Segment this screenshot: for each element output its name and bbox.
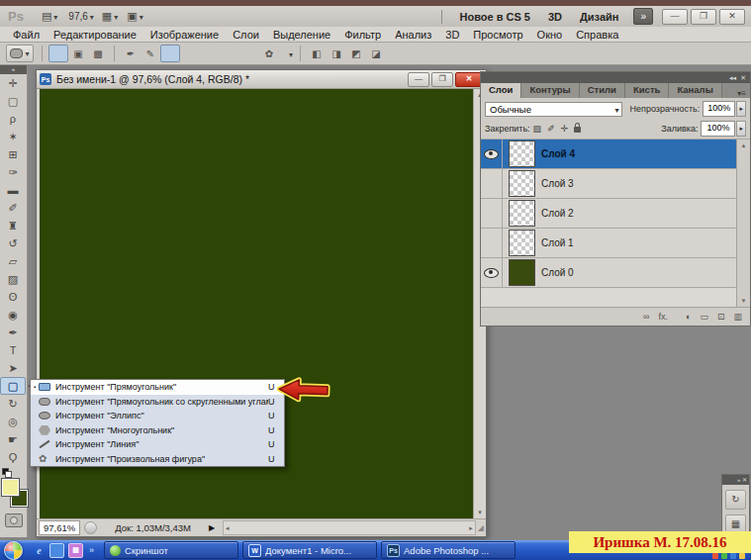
healing-brush-tool[interactable]: ▬ (0, 181, 26, 199)
flyout-item[interactable]: Инструмент "Прямоугольник со скругленным… (31, 395, 284, 410)
layer-row[interactable]: Слой 1 (481, 229, 737, 258)
custom-shape-tool-button[interactable]: ✿ (259, 45, 279, 62)
close-panel-icon[interactable]: ✕ (740, 74, 746, 82)
brush-tool[interactable]: ✐ (0, 199, 26, 217)
flyout-item[interactable]: Инструмент "Эллипс" U (31, 409, 284, 423)
link-layers-icon[interactable]: ∞ (643, 313, 649, 322)
layer-row[interactable]: Слой 4 (481, 140, 737, 169)
app-close-button[interactable]: ✕ (719, 9, 745, 25)
tray-icon[interactable] (721, 553, 727, 559)
panel-menu-icon[interactable]: ▾≡ (737, 89, 750, 98)
flyout-item[interactable]: Инструмент "Произвольная фигура" U (31, 452, 284, 467)
rectangle-tool-button[interactable] (160, 45, 180, 62)
fill-value[interactable]: 100% (701, 121, 735, 137)
pen-tool-button[interactable]: ✒ (121, 45, 141, 62)
ie-icon[interactable]: e (33, 544, 46, 557)
menu-item[interactable]: Окно (530, 29, 570, 41)
document-title-bar[interactable]: Ps Без имени-1 @ 97,6% (Слой 4, RGB/8) *… (37, 70, 486, 89)
path-selection-tool[interactable]: ➤ (0, 359, 26, 377)
desktop-icon[interactable] (49, 543, 64, 558)
layer-row[interactable]: Слой 2 (481, 199, 737, 229)
workspace-button[interactable]: 3D (539, 11, 571, 23)
collapse-panel-icon[interactable]: ◂◂ (729, 74, 736, 82)
visibility-toggle[interactable] (481, 140, 503, 168)
freeform-pen-tool-button[interactable]: ✎ (141, 45, 160, 62)
layers-scrollbar[interactable]: ▴ ▾ (736, 140, 750, 307)
shape-options-caret[interactable] (287, 47, 293, 59)
lock-transparency-icon[interactable]: ▨ (533, 124, 542, 134)
workspace-button[interactable]: Новое в CS 5 (450, 11, 538, 23)
move-tool[interactable]: ✛ (0, 74, 26, 92)
view-extras-icon[interactable]: ▤ (42, 10, 57, 23)
quick-selection-tool[interactable]: ✶ (0, 128, 26, 145)
scroll-up-icon[interactable]: ▴ (742, 140, 746, 151)
layer-row[interactable]: Слой 0 (481, 258, 737, 288)
menu-item[interactable]: Фильтр (337, 29, 388, 41)
gradient-tool[interactable]: ▨ (0, 270, 26, 288)
3d-panel-icon[interactable]: ↻ (725, 490, 746, 510)
flyout-item[interactable]: Инструмент "Линия" U (31, 437, 284, 452)
menu-item[interactable]: Редактирование (47, 29, 143, 41)
type-tool[interactable]: T (0, 341, 26, 359)
panel-tab[interactable]: Контуры (521, 83, 579, 98)
marquee-tool[interactable]: ▢ (0, 92, 26, 110)
3d-orbit-tool[interactable]: ◎ (0, 413, 26, 430)
scroll-left-icon[interactable]: ◂ (226, 522, 230, 534)
arrange-documents-icon[interactable]: ▦ (102, 10, 118, 23)
task-button[interactable]: Ps Adobe Photoshop ... (381, 541, 516, 559)
paths-mode-button[interactable]: ▣ (68, 45, 88, 62)
quick-mask-button[interactable] (5, 513, 23, 527)
clone-stamp-tool[interactable]: ♜ (0, 217, 26, 234)
new-layer-icon[interactable]: ⊡ (717, 313, 725, 322)
menu-item[interactable]: Анализ (388, 29, 438, 41)
blend-mode-select[interactable]: Обычные (485, 102, 622, 117)
panel-tab[interactable]: Кисть (625, 83, 669, 98)
menu-item[interactable]: 3D (438, 29, 466, 41)
doc-restore-button[interactable]: ❐ (431, 72, 453, 87)
lock-all-icon[interactable] (574, 127, 581, 133)
panel-tab[interactable]: Слои (481, 83, 521, 98)
opacity-value[interactable]: 100% (703, 101, 735, 117)
delete-layer-icon[interactable]: ▥ (733, 313, 742, 322)
scroll-down-icon[interactable]: ▾ (742, 295, 746, 307)
scroll-right-icon[interactable]: ▸ (469, 522, 473, 534)
tools-panel-collapse[interactable]: » (0, 65, 27, 74)
tray-icon[interactable] (739, 553, 745, 559)
intersect-shape-areas-button[interactable]: ◩ (346, 45, 366, 62)
menu-item[interactable]: Выделение (266, 29, 337, 41)
start-button[interactable] (4, 541, 23, 560)
doc-minimize-button[interactable]: — (408, 72, 429, 87)
task-button[interactable]: Скриншот (104, 541, 238, 559)
layer-thumbnail[interactable] (509, 230, 535, 256)
visibility-toggle[interactable] (481, 199, 503, 228)
menu-item[interactable]: Изображение (143, 29, 226, 41)
eraser-tool[interactable]: ▱ (0, 252, 26, 270)
tray-icon[interactable] (712, 553, 718, 559)
tray-icon[interactable] (730, 553, 736, 559)
lasso-tool[interactable]: ρ (0, 110, 26, 128)
tool-preset-picker[interactable] (6, 45, 34, 62)
menu-item[interactable]: Просмотр (466, 29, 529, 41)
menu-item[interactable]: Справка (569, 29, 625, 41)
polygon-tool-button[interactable] (220, 45, 239, 62)
add-shape-area-button[interactable]: ◧ (307, 45, 327, 62)
layer-row[interactable]: Слой 3 (481, 169, 737, 199)
rectangle-tool[interactable]: ▢ (0, 377, 26, 395)
crop-tool[interactable]: ⊞ (0, 145, 26, 163)
menu-item[interactable]: Файл (6, 29, 47, 41)
default-colors-icon[interactable] (2, 468, 11, 477)
ellipse-tool-button[interactable] (200, 45, 220, 62)
eyedropper-tool[interactable]: ✑ (0, 163, 26, 181)
new-group-icon[interactable]: ▭ (700, 313, 708, 322)
resize-grip[interactable]: ◢ (478, 523, 484, 532)
app-minimize-button[interactable]: — (662, 9, 688, 25)
layer-thumbnail[interactable] (509, 259, 535, 286)
screen-mode-icon[interactable]: ▣ (127, 10, 142, 23)
more-workspaces-button[interactable]: » (633, 8, 653, 25)
flyout-item[interactable]: Инструмент "Многоугольник" U (31, 423, 284, 438)
fill-pixels-mode-button[interactable]: ▩ (88, 45, 108, 62)
lock-paint-icon[interactable]: ✐ (547, 124, 555, 134)
panel-tab[interactable]: Стили (580, 83, 625, 98)
flyout-item[interactable]: Инструмент "Прямоугольник" U (31, 380, 284, 395)
doc-close-button[interactable]: ✕ (455, 72, 483, 87)
